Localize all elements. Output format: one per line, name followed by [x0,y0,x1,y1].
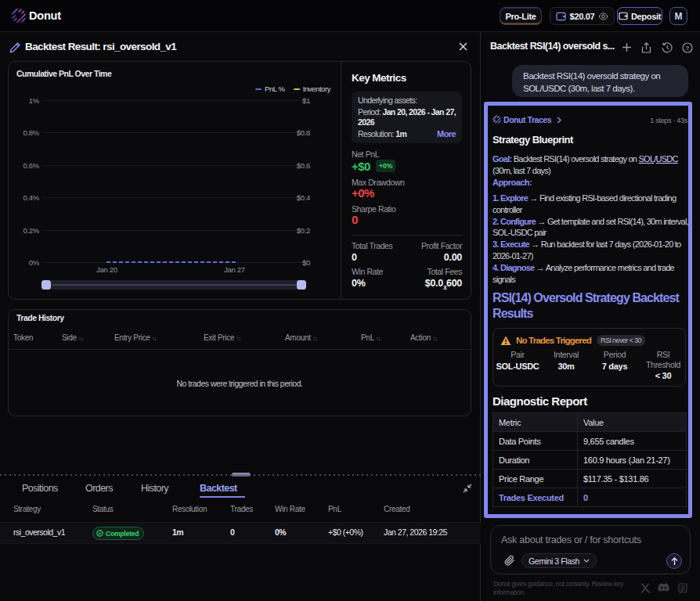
svg-text:?: ? [686,45,690,52]
